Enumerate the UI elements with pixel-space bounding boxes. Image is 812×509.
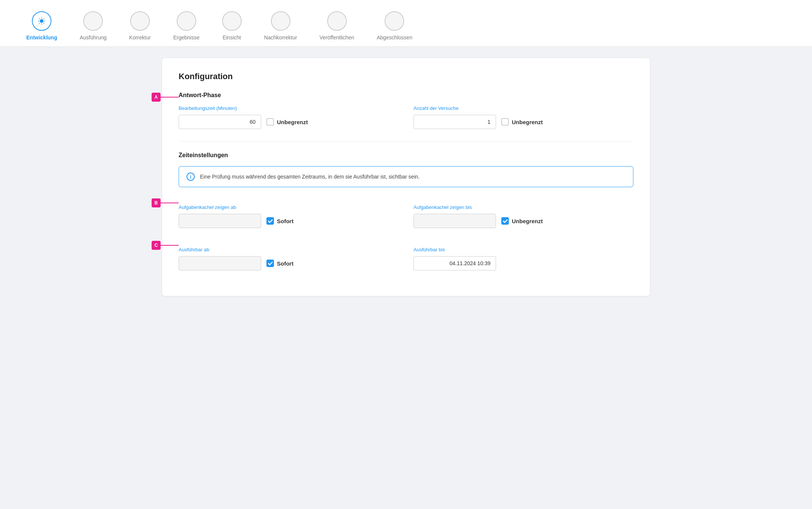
- badge-a-container: A: [152, 93, 179, 102]
- anzahl-versuche-group: Anzahl der Versuche Unbegrenzt: [414, 105, 633, 129]
- step-circle-korrektur: [130, 11, 150, 31]
- badge-c-line: [161, 245, 179, 246]
- badge-c-container: C: [152, 241, 179, 250]
- anzahl-versuche-input[interactable]: [414, 115, 496, 129]
- ausfuhrbar-bis-label: Ausführbar bis: [414, 247, 633, 252]
- step-label-korrektur: Korrektur: [129, 35, 151, 41]
- anzahl-versuche-label: Anzahl der Versuche: [414, 105, 633, 111]
- anzahl-versuche-checkbox-text: Unbegrenzt: [512, 119, 543, 125]
- step-circle-ausfuhrung: [83, 11, 103, 31]
- aufgabenkachel-bis-inline: Unbegrenzt: [414, 214, 633, 228]
- aufgabenkachel-ab-inline: Sofort: [179, 214, 398, 228]
- bearbeitungszeit-inline: Unbegrenzt: [179, 115, 398, 129]
- aufgabenkachel-ab-checkbox-text: Sofort: [277, 218, 293, 224]
- aufgabenkachel-section: B Aufgabenkachel zeigen ab Sofort: [179, 198, 633, 228]
- badge-b-container: B: [152, 198, 179, 207]
- bearbeitungszeit-input[interactable]: [179, 115, 261, 129]
- bearbeitungszeit-checkbox[interactable]: [266, 118, 274, 126]
- aufgabenkachel-ab-checkbox[interactable]: [266, 217, 274, 225]
- ausfuhrbar-bis-input[interactable]: [414, 256, 496, 270]
- ausfuhrbar-ab-inline: Sofort: [179, 256, 398, 270]
- card-title: Konfiguration: [179, 72, 633, 81]
- step-circle-nachkorrektur: [271, 11, 290, 31]
- ausfuhrbar-ab-label: Ausführbar ab: [179, 247, 398, 252]
- badge-b-line: [161, 203, 179, 203]
- step-veroffentlichen[interactable]: Veröffentlichen: [308, 8, 365, 47]
- zeiteinstellungen-heading: Zeiteinstellungen: [179, 152, 633, 159]
- step-label-abgeschlossen: Abgeschlossen: [377, 35, 412, 41]
- badge-b: B: [152, 198, 161, 207]
- bearbeitungszeit-checkbox-label[interactable]: Unbegrenzt: [266, 118, 308, 126]
- ausfuhrbar-ab-checkbox[interactable]: [266, 260, 274, 267]
- step-korrektur[interactable]: Korrektur: [118, 8, 162, 47]
- badge-c: C: [152, 241, 161, 250]
- divider-1: [179, 141, 633, 141]
- svg-point-0: [40, 20, 43, 23]
- step-circle-veroffentlichen: [327, 11, 347, 31]
- aufgabenkachel-bis-checkbox[interactable]: [501, 217, 509, 225]
- anzahl-versuche-checkbox-label[interactable]: Unbegrenzt: [501, 118, 543, 126]
- step-einsicht[interactable]: Einsicht: [211, 8, 253, 47]
- step-circle-ergebnisse: [177, 11, 196, 31]
- antwort-phase-fields: Bearbeitungszeit (Minuten) Unbegrenzt An…: [179, 105, 633, 129]
- step-nachkorrektur[interactable]: Nachkorrektur: [253, 8, 308, 47]
- ausfuhrbar-fields: Ausführbar ab Sofort Ausführbar bis: [179, 247, 633, 270]
- aufgabenkachel-ab-checkbox-label[interactable]: Sofort: [266, 217, 293, 225]
- ausfuhrbar-section: C Ausführbar ab Sofort: [179, 240, 633, 270]
- steps-navigation: EntwicklungAusführungKorrekturErgebnisse…: [0, 0, 812, 47]
- step-ausfuhrung[interactable]: Ausführung: [68, 8, 118, 47]
- step-label-nachkorrektur: Nachkorrektur: [264, 35, 297, 41]
- step-circle-abgeschlossen: [385, 11, 404, 31]
- antwort-phase-heading: Antwort-Phase: [179, 92, 221, 99]
- ausfuhrbar-ab-group: Ausführbar ab Sofort: [179, 247, 398, 270]
- bearbeitungszeit-checkbox-text: Unbegrenzt: [277, 119, 308, 125]
- step-label-entwicklung: Entwicklung: [26, 35, 57, 41]
- ausfuhrbar-bis-inline: [414, 256, 633, 270]
- step-circle-einsicht: [222, 11, 242, 31]
- badge-a: A: [152, 93, 161, 102]
- ausfuhrbar-ab-checkbox-text: Sofort: [277, 260, 293, 267]
- info-text: Eine Prüfung muss während des gesamten Z…: [200, 174, 420, 180]
- step-circle-entwicklung: [32, 11, 51, 31]
- ausfuhrbar-ab-checkbox-label[interactable]: Sofort: [266, 260, 293, 267]
- step-abgeschlossen[interactable]: Abgeschlossen: [365, 8, 424, 47]
- aufgabenkachel-bis-checkbox-text: Unbegrenzt: [512, 218, 543, 224]
- aufgabenkachel-bis-checkbox-label[interactable]: Unbegrenzt: [501, 217, 543, 225]
- aufgabenkachel-ab-input[interactable]: [179, 214, 261, 228]
- aufgabenkachel-bis-input[interactable]: [414, 214, 496, 228]
- info-icon: i: [186, 173, 195, 181]
- anzahl-versuche-inline: Unbegrenzt: [414, 115, 633, 129]
- aufgabenkachel-ab-label: Aufgabenkachel zeigen ab: [179, 204, 398, 210]
- anzahl-versuche-checkbox[interactable]: [501, 118, 509, 126]
- bearbeitungszeit-group: Bearbeitungszeit (Minuten) Unbegrenzt: [179, 105, 398, 129]
- step-label-ausfuhrung: Ausführung: [80, 35, 107, 41]
- main-content: Konfiguration A Antwort-Phase Bearbeitun…: [147, 47, 665, 307]
- step-label-einsicht: Einsicht: [223, 35, 241, 41]
- aufgabenkachel-fields: Aufgabenkachel zeigen ab Sofort Aufgaben: [179, 204, 633, 228]
- info-box: i Eine Prüfung muss während des gesamten…: [179, 166, 633, 187]
- aufgabenkachel-bis-label: Aufgabenkachel zeigen bis: [414, 204, 633, 210]
- antwort-phase-section: A Antwort-Phase Bearbeitungszeit (Minute…: [179, 92, 633, 129]
- badge-a-line: [161, 97, 179, 98]
- ausfuhrbar-ab-input[interactable]: [179, 256, 261, 270]
- configuration-card: Konfiguration A Antwort-Phase Bearbeitun…: [162, 58, 650, 296]
- step-entwicklung[interactable]: Entwicklung: [15, 8, 68, 47]
- bearbeitungszeit-label: Bearbeitungszeit (Minuten): [179, 105, 398, 111]
- step-label-ergebnisse: Ergebnisse: [173, 35, 200, 41]
- step-label-veroffentlichen: Veröffentlichen: [320, 35, 354, 41]
- ausfuhrbar-bis-group: Ausführbar bis: [414, 247, 633, 270]
- aufgabenkachel-ab-group: Aufgabenkachel zeigen ab Sofort: [179, 204, 398, 228]
- aufgabenkachel-bis-group: Aufgabenkachel zeigen bis Unbegrenzt: [414, 204, 633, 228]
- step-ergebnisse[interactable]: Ergebnisse: [162, 8, 211, 47]
